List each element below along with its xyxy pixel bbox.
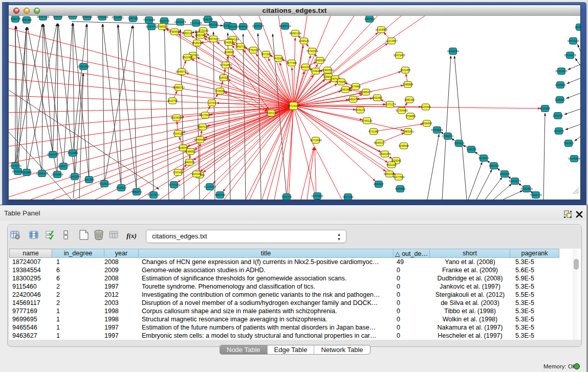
svg-text:7889579: 7889579: [132, 190, 142, 193]
svg-text:4711382: 4711382: [368, 130, 379, 133]
svg-text:12213967: 12213967: [385, 39, 397, 42]
svg-text:13493618: 13493618: [314, 59, 325, 62]
svg-text:62729806: 62729806: [311, 194, 323, 198]
svg-text:1824493: 1824493: [575, 26, 580, 29]
svg-text:87234309: 87234309: [190, 21, 202, 25]
svg-text:1491905: 1491905: [499, 172, 510, 176]
svg-text:3482477: 3482477: [348, 98, 358, 101]
svg-text:27354549: 27354549: [168, 30, 180, 33]
svg-text:82175946: 82175946: [199, 114, 211, 117]
svg-text:3158692: 3158692: [555, 98, 565, 101]
svg-text:29946804: 29946804: [51, 173, 63, 176]
svg-text:73178108: 73178108: [143, 18, 155, 21]
svg-text:0932480: 0932480: [372, 96, 382, 99]
svg-text:9699695: 9699695: [422, 122, 432, 125]
svg-text:86578091: 86578091: [170, 116, 182, 119]
svg-text:80831367: 80831367: [182, 32, 193, 35]
svg-text:67010651: 67010651: [112, 16, 123, 19]
svg-text:f​(x): f​(x): [126, 232, 137, 239]
svg-text:3685160: 3685160: [404, 98, 415, 101]
svg-text:9115460: 9115460: [421, 105, 431, 108]
svg-text:7187026: 7187026: [219, 76, 229, 79]
svg-text:00524278: 00524278: [564, 54, 576, 57]
svg-text:65648236: 65648236: [47, 153, 58, 156]
svg-text:4966319: 4966319: [489, 164, 499, 167]
svg-text:2421024: 2421024: [300, 65, 311, 69]
svg-text:94406409: 94406409: [194, 138, 206, 141]
svg-text:96405377: 96405377: [374, 141, 385, 144]
svg-text:16154808: 16154808: [375, 28, 387, 31]
svg-text:10973493: 10973493: [393, 54, 405, 57]
svg-text:6204505: 6204505: [555, 83, 565, 86]
svg-text:17080531: 17080531: [442, 135, 453, 138]
svg-text:53755646: 53755646: [431, 128, 443, 132]
svg-text:76945314: 76945314: [530, 193, 541, 196]
svg-text:55886753: 55886753: [172, 86, 184, 89]
svg-text:5158506: 5158506: [399, 144, 409, 147]
svg-text:98084124: 98084124: [279, 25, 291, 28]
svg-text:4738299: 4738299: [82, 16, 92, 18]
svg-text:2328120: 2328120: [299, 39, 309, 42]
svg-text:16648784: 16648784: [447, 50, 459, 53]
svg-text:71756551: 71756551: [335, 80, 347, 83]
svg-text:02606474: 02606474: [174, 20, 186, 24]
svg-text:4896383: 4896383: [21, 18, 32, 21]
svg-text:15451680: 15451680: [339, 88, 351, 91]
svg-text:51850671: 51850671: [509, 180, 520, 183]
svg-text:5466889: 5466889: [395, 187, 405, 190]
svg-text:36995777: 36995777: [57, 165, 69, 168]
svg-text:8421020: 8421020: [386, 163, 397, 166]
svg-text:5098393: 5098393: [53, 16, 63, 18]
svg-text:2087682: 2087682: [364, 17, 375, 20]
svg-text:13433200: 13433200: [69, 175, 80, 178]
svg-text:61595148: 61595148: [36, 172, 48, 175]
svg-text:6658760: 6658760: [215, 193, 225, 196]
svg-text:3285884: 3285884: [403, 83, 413, 86]
svg-text:9636057: 9636057: [224, 51, 234, 54]
svg-text:4316117: 4316117: [173, 132, 183, 135]
svg-text:2260256: 2260256: [553, 114, 563, 117]
svg-text:77752047: 77752047: [247, 49, 259, 52]
svg-text:6998543: 6998543: [238, 25, 248, 28]
svg-text:01429401: 01429401: [9, 164, 21, 167]
svg-text:87277434: 87277434: [147, 193, 159, 196]
svg-text:7991183: 7991183: [228, 25, 238, 28]
svg-text:5674680: 5674680: [351, 85, 361, 88]
svg-text:11700: 11700: [208, 101, 215, 104]
svg-text:3387262: 3387262: [128, 17, 138, 20]
svg-text:37996507: 37996507: [156, 25, 168, 28]
svg-text:34624751: 34624751: [145, 25, 157, 28]
svg-text:99091334: 99091334: [289, 32, 301, 35]
svg-text:7543303: 7543303: [563, 142, 574, 145]
svg-text:0842710: 0842710: [235, 45, 246, 48]
svg-text:8721489: 8721489: [68, 151, 78, 155]
svg-text:1627204: 1627204: [343, 195, 353, 199]
svg-text:1671902: 1671902: [261, 53, 271, 56]
svg-text:7917693: 7917693: [84, 178, 94, 181]
svg-text:62386922: 62386922: [184, 150, 196, 153]
svg-text:34874016: 34874016: [567, 39, 579, 42]
svg-text:3747407: 3747407: [173, 171, 183, 174]
svg-text:7346706: 7346706: [281, 195, 292, 199]
svg-text:31713900: 31713900: [310, 139, 321, 142]
svg-text:7193745: 7193745: [466, 148, 476, 151]
svg-text:6690967: 6690967: [374, 183, 384, 186]
svg-text:5240824: 5240824: [224, 41, 234, 44]
svg-text:79740344: 79740344: [306, 50, 318, 53]
svg-text:57262849: 57262849: [520, 187, 532, 190]
svg-text:7182278: 7182278: [10, 17, 20, 20]
svg-text:13300217: 13300217: [265, 112, 277, 115]
svg-text:62702895: 62702895: [220, 63, 231, 67]
svg-text:1610755: 1610755: [167, 99, 178, 102]
svg-text:8708317: 8708317: [116, 186, 126, 189]
svg-text:9521456: 9521456: [400, 69, 410, 72]
svg-text:81223623: 81223623: [204, 185, 215, 188]
svg-text:34714345: 34714345: [168, 183, 180, 186]
svg-text:18724007: 18724007: [288, 104, 299, 107]
svg-text:1969379: 1969379: [184, 161, 194, 164]
svg-text:34957885: 34957885: [194, 34, 206, 37]
svg-text:71746488: 71746488: [310, 70, 321, 73]
svg-text:1746120: 1746120: [362, 119, 372, 122]
svg-text:4216073: 4216073: [554, 129, 564, 133]
svg-text:04499727: 04499727: [176, 70, 187, 73]
